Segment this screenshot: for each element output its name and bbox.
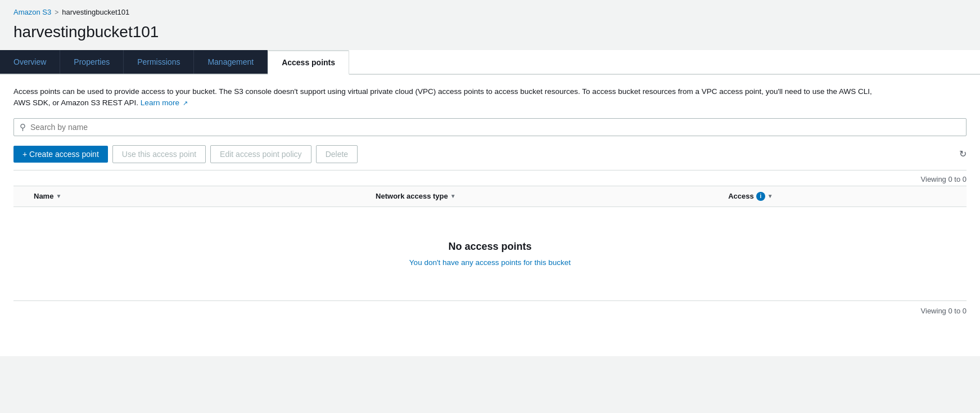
- search-icon: ⚲: [20, 122, 26, 132]
- learn-more-link[interactable]: Learn more ↗: [141, 98, 188, 107]
- external-link-icon: ↗: [183, 98, 188, 108]
- column-header-name[interactable]: Name ▼: [13, 192, 376, 200]
- breadcrumb-current: harvestingbucket101: [62, 8, 129, 16]
- access-info-icon[interactable]: i: [756, 192, 765, 201]
- breadcrumb-separator: >: [55, 8, 58, 16]
- delete-button[interactable]: Delete: [316, 145, 358, 163]
- network-sort-icon: ▼: [450, 193, 456, 199]
- tab-management[interactable]: Management: [194, 50, 268, 74]
- column-header-access[interactable]: Access i ▼: [728, 192, 967, 201]
- empty-title: No access points: [448, 241, 531, 253]
- page-title: harvestingbucket101: [0, 21, 980, 50]
- breadcrumb: Amazon S3 > harvestingbucket101: [0, 0, 980, 21]
- create-access-point-button[interactable]: + Create access point: [13, 146, 108, 163]
- toolbar: + Create access point Use this access po…: [13, 145, 967, 163]
- viewing-count-bottom: Viewing 0 to 0: [13, 300, 967, 317]
- viewing-count-top: Viewing 0 to 0: [13, 170, 967, 186]
- tab-permissions[interactable]: Permissions: [124, 50, 194, 74]
- main-content: Access points can be used to provide acc…: [0, 75, 980, 356]
- description-text: Access points can be used to provide acc…: [13, 86, 879, 109]
- breadcrumb-parent[interactable]: Amazon S3: [13, 8, 51, 16]
- tab-bar: Overview Properties Permissions Manageme…: [0, 50, 980, 75]
- tab-properties[interactable]: Properties: [60, 50, 124, 74]
- empty-state: No access points You don't have any acce…: [13, 207, 967, 289]
- empty-subtitle: You don't have any access points for thi…: [409, 258, 571, 267]
- edit-access-point-policy-button[interactable]: Edit access point policy: [210, 145, 311, 163]
- access-sort-icon: ▼: [767, 193, 773, 199]
- search-input[interactable]: [30, 123, 960, 132]
- tab-overview[interactable]: Overview: [0, 50, 60, 74]
- search-bar: ⚲: [13, 118, 967, 136]
- refresh-button[interactable]: ↻: [959, 149, 967, 159]
- name-sort-icon: ▼: [56, 193, 61, 199]
- use-access-point-button[interactable]: Use this access point: [112, 145, 206, 163]
- table-header: Name ▼ Network access type ▼ Access i ▼: [13, 186, 967, 207]
- tab-access-points[interactable]: Access points: [268, 50, 349, 75]
- column-header-network[interactable]: Network access type ▼: [376, 192, 728, 200]
